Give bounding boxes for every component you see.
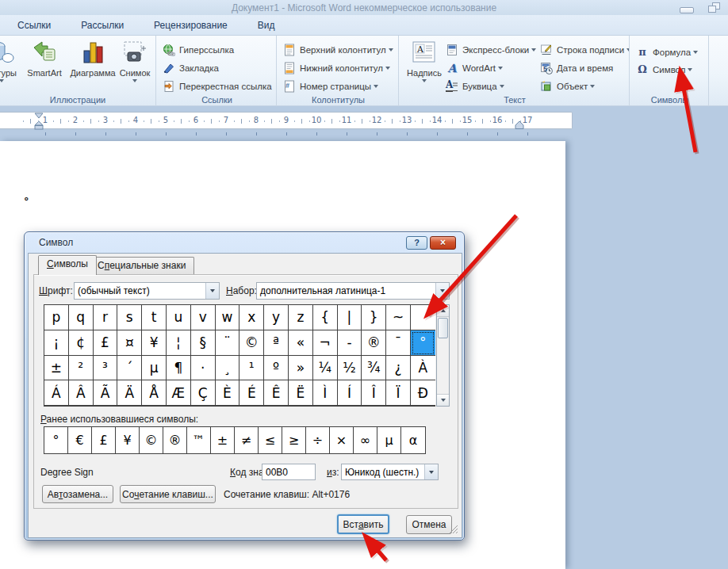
symbol-cell[interactable]: ¥ — [142, 330, 167, 356]
symbol-cell[interactable]: r — [94, 305, 118, 330]
drop-cap-button[interactable]: A Буквица — [446, 78, 504, 94]
symbol-cell[interactable]: É — [239, 380, 264, 406]
recent-symbol-cell[interactable]: × — [330, 427, 354, 453]
equation-button[interactable]: π Формула — [636, 44, 698, 59]
symbol-cell[interactable]: q — [69, 305, 94, 330]
recent-symbol-cell[interactable]: ° — [44, 427, 68, 453]
symbol-cell[interactable]: © — [239, 330, 264, 356]
symbol-cell[interactable]: Æ — [167, 380, 191, 406]
symbol-grid-scrollbar[interactable] — [436, 304, 450, 407]
symbol-cell[interactable]: È — [216, 380, 240, 406]
symbol-cell[interactable]: Â — [69, 380, 94, 406]
recent-symbol-cell[interactable]: ™ — [187, 427, 211, 453]
recent-symbol-cell[interactable]: © — [140, 427, 163, 453]
date-time-button[interactable]: 5 Дата и время — [540, 60, 613, 75]
symbol-cell[interactable]: ¼ — [313, 356, 338, 381]
scroll-up-icon[interactable] — [437, 305, 449, 317]
footer-button[interactable]: Нижний колонтитул — [283, 60, 390, 75]
symbol-cell[interactable]: « — [289, 330, 313, 356]
symbol-cell[interactable]: ¾ — [362, 356, 386, 381]
symbol-cell[interactable]: t — [142, 305, 167, 330]
tab-symbols[interactable]: Символы — [38, 255, 97, 275]
shortcut-key-button[interactable]: Сочетание клавиш... — [120, 485, 216, 503]
symbol-cell[interactable]: Ã — [94, 380, 118, 406]
symbol-cell[interactable]: x — [239, 305, 264, 330]
symbol-cell[interactable]: Å — [142, 380, 167, 406]
symbol-cell[interactable]: ² — [69, 356, 94, 381]
restore-icon[interactable] — [708, 2, 721, 13]
page-number-button[interactable]: # Номер страницы — [283, 78, 378, 94]
symbol-cell[interactable]: ³ — [94, 356, 118, 381]
symbol-cell[interactable]: ¸ — [216, 356, 240, 381]
symbol-cell[interactable]: ´ — [117, 356, 142, 381]
recent-symbol-cell[interactable]: ∞ — [354, 427, 377, 453]
recent-symbol-cell[interactable]: ± — [211, 427, 235, 453]
symbol-cell[interactable]: § — [191, 330, 216, 356]
ribbon-tab[interactable]: Вид — [253, 18, 280, 32]
symbol-cell[interactable]: { — [313, 305, 338, 330]
symbol-cell[interactable]: | — [338, 305, 362, 330]
symbol-cell[interactable]: - — [338, 330, 362, 356]
symbol-cell[interactable]: Í — [338, 380, 362, 406]
symbol-cell[interactable]: » — [289, 356, 313, 381]
char-code-input[interactable] — [262, 464, 316, 480]
encoding-select[interactable]: Юникод (шестн.) — [341, 464, 439, 480]
symbol-cell[interactable]: ¤ — [117, 330, 142, 356]
symbol-cell[interactable]: ® — [362, 330, 386, 356]
symbol-cell[interactable]: p — [44, 305, 69, 330]
ribbon-tab[interactable]: Рецензирование — [149, 18, 232, 32]
symbol-cell[interactable]: ° — [411, 330, 435, 356]
symbol-cell[interactable]: s — [117, 305, 142, 330]
symbol-cell[interactable]: Ï — [386, 380, 411, 406]
recent-symbol-cell[interactable]: ¥ — [116, 427, 140, 453]
symbol-cell[interactable]: ¡ — [44, 330, 69, 356]
symbol-cell[interactable]: Á — [44, 380, 69, 406]
recent-symbol-cell[interactable]: µ — [377, 427, 401, 453]
symbol-cell[interactable]: Ì — [313, 380, 338, 406]
bookmark-button[interactable]: Закладка — [163, 60, 219, 75]
symbol-cell[interactable]: ± — [44, 356, 69, 381]
close-icon[interactable]: × — [430, 236, 456, 250]
chevron-down-icon[interactable] — [424, 464, 438, 479]
symbol-cell[interactable]: ¬ — [313, 330, 338, 356]
recent-symbol-cell[interactable]: ÷ — [306, 427, 330, 453]
scroll-down-icon[interactable] — [437, 394, 449, 406]
recent-symbol-cell[interactable]: € — [68, 427, 92, 453]
symbol-cell[interactable]: À — [411, 356, 435, 381]
resize-grip[interactable] — [448, 524, 458, 534]
minimize-icon[interactable] — [680, 7, 694, 13]
symbol-cell[interactable]: Ê — [264, 380, 289, 406]
font-select[interactable]: (обычный текст) — [74, 282, 220, 300]
symbol-cell[interactable]: º — [264, 356, 289, 381]
symbol-cell[interactable]: ¢ — [69, 330, 94, 356]
cancel-button[interactable]: Отмена — [406, 515, 452, 534]
screenshot-button[interactable]: Снимок — [116, 38, 154, 89]
subset-select[interactable]: дополнительная латиница-1 — [256, 282, 450, 300]
symbol-cell[interactable]: Î — [362, 380, 386, 406]
symbol-cell[interactable]: ½ — [338, 356, 362, 381]
smartart-button[interactable]: SmartArt — [24, 38, 65, 89]
help-icon[interactable]: ? — [406, 236, 427, 250]
ribbon-tab[interactable]: Ссылки — [13, 18, 56, 32]
crossref-button[interactable]: Перекрестная ссылка — [163, 78, 272, 94]
symbol-cell[interactable]: ¶ — [167, 356, 191, 381]
recent-symbol-cell[interactable]: £ — [92, 427, 116, 453]
symbol-cell[interactable]: y — [264, 305, 289, 330]
symbol-cell[interactable]: Ç — [191, 380, 216, 406]
symbol-cell[interactable]: ~ — [386, 305, 411, 330]
quick-parts-button[interactable]: Экспресс-блоки — [446, 42, 536, 57]
scrollbar-thumb[interactable] — [438, 318, 448, 338]
symbol-cell[interactable]: Ð — [411, 380, 435, 406]
symbol-button[interactable]: Ω Символ — [636, 62, 692, 77]
symbol-cell[interactable]: Ë — [289, 380, 313, 406]
recent-symbol-cell[interactable]: ≤ — [259, 427, 282, 453]
hyperlink-button[interactable]: Гиперссылка — [163, 42, 234, 57]
symbol-cell[interactable]: z — [289, 305, 313, 330]
symbol-cell[interactable]: µ — [142, 356, 167, 381]
tab-special-characters[interactable]: Специальные знаки — [89, 257, 194, 274]
symbol-cell[interactable]: £ — [94, 330, 118, 356]
symbol-cell[interactable]: u — [167, 305, 191, 330]
symbol-cell[interactable]: ª — [264, 330, 289, 356]
symbol-cell[interactable]: w — [216, 305, 240, 330]
textbox-button[interactable]: A Надпись — [405, 38, 443, 89]
